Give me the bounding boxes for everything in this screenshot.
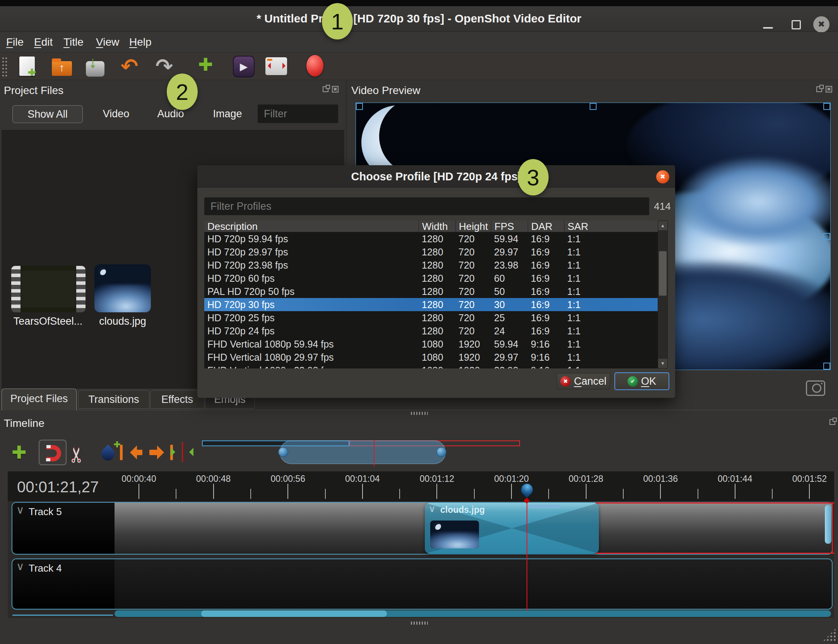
- profile-cell-sar: 1:1: [564, 285, 658, 298]
- close-panel-icon[interactable]: ✖: [826, 86, 832, 92]
- menu-edit[interactable]: Edit: [34, 36, 53, 48]
- track-5[interactable]: ∨ Track 5: [12, 502, 833, 555]
- add-track-button[interactable]: ✚: [12, 442, 27, 463]
- chevron-down-icon[interactable]: ∨: [16, 560, 24, 573]
- minimize-button[interactable]: [763, 27, 773, 29]
- scroll-up-button[interactable]: ▲: [658, 221, 667, 230]
- profile-table-header[interactable]: Description Width Height FPS DAR SAR: [204, 221, 658, 232]
- profile-row[interactable]: HD 720p 60 fps12807206016:91:1: [204, 272, 658, 285]
- float-panel-icon[interactable]: [816, 86, 822, 92]
- export-video-button[interactable]: [306, 55, 323, 77]
- image-clip-clouds[interactable]: ∨ clouds.jpg: [425, 503, 599, 554]
- column-fps[interactable]: FPS: [491, 221, 528, 232]
- menu-view[interactable]: View: [96, 36, 119, 48]
- undo-button[interactable]: ↶: [121, 54, 138, 79]
- profile-row[interactable]: FHD Vertical 1080p 59.94 fps1080192059.9…: [204, 337, 658, 351]
- profile-row[interactable]: FHD Vertical 1080p 29.97 fps1080192029.9…: [204, 351, 658, 364]
- panel-splitter-handle[interactable]: [411, 412, 428, 415]
- column-dar[interactable]: DAR: [528, 221, 564, 232]
- snapping-toggle-button[interactable]: [39, 440, 67, 465]
- clip-resize-hint-bar[interactable]: [528, 505, 559, 508]
- project-item-tearsofsteel[interactable]: [11, 266, 86, 312]
- menu-file[interactable]: File: [6, 36, 24, 48]
- window-titlebar[interactable]: * Untitled Project [HD 720p 30 fps] - Op…: [0, 6, 838, 32]
- profile-row[interactable]: HD 720p 59.94 fps128072059.9416:91:1: [204, 232, 658, 245]
- snapshot-camera-button[interactable]: [806, 380, 825, 396]
- profile-list[interactable]: HD 720p 59.94 fps128072059.9416:91:1HD 7…: [204, 232, 658, 368]
- window-resize-grip[interactable]: [823, 628, 836, 642]
- scrollbar-thumb[interactable]: [659, 251, 667, 296]
- chevron-down-icon[interactable]: ∨: [16, 504, 24, 516]
- close-panel-icon[interactable]: ✖: [332, 86, 339, 92]
- column-description[interactable]: Description: [204, 221, 419, 232]
- new-project-button[interactable]: ✚: [18, 57, 39, 77]
- fullscreen-button[interactable]: [265, 57, 288, 76]
- maximize-button[interactable]: [792, 20, 801, 29]
- timeline-ruler[interactable]: 00:01:21,27 00:00:4000:00:4800:00:5600:0…: [8, 471, 834, 501]
- profile-cell-description: PAL HD 720p 50 fps: [204, 285, 419, 298]
- next-marker-button[interactable]: [149, 444, 174, 461]
- profile-row[interactable]: PAL HD 720p 50 fps12807205016:91:1: [204, 285, 658, 298]
- tab-transitions[interactable]: Transitions: [78, 390, 149, 409]
- timeline-scrollbar-thumb[interactable]: [201, 610, 387, 617]
- open-project-button[interactable]: ↑: [51, 58, 74, 77]
- profile-cell-height: 1920: [455, 364, 491, 368]
- top-strip: [0, 0, 838, 6]
- save-project-button[interactable]: ↓: [84, 58, 107, 77]
- transform-handle[interactable]: [823, 103, 830, 110]
- profile-row[interactable]: HD 720p 24 fps12807202416:91:1: [204, 324, 658, 337]
- scroll-down-button[interactable]: ▼: [658, 359, 667, 368]
- transform-handle[interactable]: [823, 233, 830, 240]
- transform-handle[interactable]: [823, 363, 830, 370]
- import-files-button[interactable]: ✚: [198, 54, 213, 75]
- add-marker-button[interactable]: ✚: [99, 444, 118, 464]
- project-filter-input[interactable]: [258, 104, 338, 123]
- float-panel-icon[interactable]: [323, 86, 328, 92]
- toolbar-drag-handle[interactable]: [2, 57, 8, 77]
- transform-handle[interactable]: [356, 103, 363, 110]
- ok-button[interactable]: ✔ OK: [614, 372, 669, 390]
- timeline-zoom-slider[interactable]: [280, 440, 446, 464]
- column-sar[interactable]: SAR: [564, 221, 658, 232]
- chevron-down-icon[interactable]: ∨: [429, 504, 436, 514]
- column-height[interactable]: Height: [455, 221, 491, 232]
- track-4[interactable]: ∨ Track 4: [12, 558, 833, 610]
- profile-row[interactable]: HD 720p 25 fps12807202516:91:1: [204, 311, 658, 324]
- center-playhead-button[interactable]: [173, 442, 193, 464]
- profile-cell-description: FHD Vertical 1080p 29.97 fps: [204, 351, 419, 364]
- float-panel-icon[interactable]: [829, 419, 835, 425]
- choose-profile-button[interactable]: ▶: [233, 56, 255, 77]
- dialog-titlebar[interactable]: Choose Profile [HD 720p 24 fps]: [197, 165, 675, 188]
- filter-video[interactable]: Video: [99, 105, 133, 123]
- cancel-button[interactable]: ✖ Cancel: [557, 373, 610, 389]
- transform-handle[interactable]: [590, 103, 597, 110]
- dialog-close-button[interactable]: ✖: [656, 170, 669, 183]
- zoom-slider-left-handle[interactable]: [278, 447, 288, 457]
- column-width[interactable]: Width: [419, 221, 455, 232]
- track-4-header[interactable]: ∨ Track 4: [12, 559, 115, 609]
- tab-effects[interactable]: Effects: [150, 390, 204, 409]
- filter-profiles-input[interactable]: [204, 197, 649, 215]
- dialog-scrollbar[interactable]: ▲ ▼: [658, 221, 668, 368]
- panel-splitter-handle[interactable]: [411, 622, 428, 625]
- project-item-clouds[interactable]: [94, 264, 151, 312]
- window-close-button[interactable]: ✖: [813, 16, 829, 33]
- previous-marker-button[interactable]: [120, 444, 145, 461]
- tab-project-files[interactable]: Project Files: [2, 389, 77, 410]
- filter-image[interactable]: Image: [207, 105, 248, 123]
- redo-button[interactable]: ↷: [156, 54, 173, 79]
- profile-row[interactable]: FHD Vertical 1080p 23.98 fps1080192023.9…: [204, 364, 658, 368]
- zoom-slider-right-handle[interactable]: [436, 447, 446, 457]
- menu-title[interactable]: Title: [63, 36, 84, 48]
- playhead-line[interactable]: [527, 502, 527, 611]
- profile-row[interactable]: HD 720p 30 fps12807203016:91:1: [204, 298, 658, 311]
- filter-show-all[interactable]: Show All: [12, 105, 83, 123]
- clip-trim-handle[interactable]: [825, 505, 831, 544]
- profile-row[interactable]: HD 720p 23.98 fps128072023.9816:91:1: [204, 259, 658, 272]
- profile-row[interactable]: HD 720p 29.97 fps128072029.9716:91:1: [204, 245, 658, 259]
- razor-button[interactable]: ✂: [68, 444, 85, 467]
- track-5-header[interactable]: ∨ Track 5: [12, 503, 115, 554]
- menu-help[interactable]: Help: [129, 36, 152, 48]
- annotation-circle-2: 2: [167, 74, 198, 110]
- profile-count: 414: [650, 197, 675, 215]
